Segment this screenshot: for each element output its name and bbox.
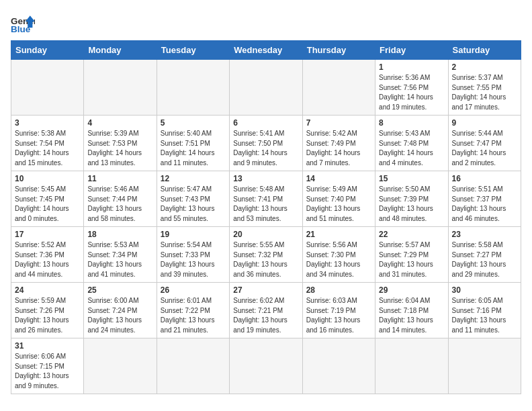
calendar-cell: 8Sunrise: 5:43 AM Sunset: 7:48 PM Daylig…: [375, 116, 448, 171]
day-info: Sunrise: 5:39 AM Sunset: 7:53 PM Dayligh…: [87, 129, 152, 168]
day-number: 29: [379, 285, 444, 295]
day-number: 17: [15, 230, 80, 239]
calendar-cell: 12Sunrise: 5:47 AM Sunset: 7:43 PM Dayli…: [157, 171, 229, 227]
day-number: 25: [87, 285, 152, 295]
weekday-header-friday: Friday: [375, 41, 448, 60]
day-info: Sunrise: 5:44 AM Sunset: 7:47 PM Dayligh…: [452, 129, 517, 168]
day-info: Sunrise: 5:41 AM Sunset: 7:50 PM Dayligh…: [233, 129, 298, 168]
calendar-cell: 26Sunrise: 6:01 AM Sunset: 7:22 PM Dayli…: [157, 283, 229, 338]
calendar-cell: [302, 60, 375, 116]
calendar-cell: 3Sunrise: 5:38 AM Sunset: 7:54 PM Daylig…: [11, 116, 84, 171]
logo-icon: General Blue: [11, 11, 35, 35]
day-info: Sunrise: 6:03 AM Sunset: 7:19 PM Dayligh…: [306, 296, 371, 335]
calendar-cell: [157, 338, 229, 394]
calendar-cell: 1Sunrise: 5:36 AM Sunset: 7:56 PM Daylig…: [375, 60, 448, 116]
day-number: 14: [306, 174, 371, 183]
calendar-cell: [230, 338, 302, 394]
calendar-cell: 22Sunrise: 5:57 AM Sunset: 7:29 PM Dayli…: [375, 227, 448, 283]
day-info: Sunrise: 5:50 AM Sunset: 7:39 PM Dayligh…: [379, 185, 444, 224]
calendar-cell: 5Sunrise: 5:40 AM Sunset: 7:51 PM Daylig…: [157, 116, 229, 171]
calendar-cell: 11Sunrise: 5:46 AM Sunset: 7:44 PM Dayli…: [84, 171, 157, 227]
day-number: 22: [379, 230, 444, 239]
day-number: 5: [161, 118, 226, 128]
day-number: 24: [15, 285, 80, 295]
calendar-cell: [302, 338, 375, 394]
day-info: Sunrise: 5:43 AM Sunset: 7:48 PM Dayligh…: [379, 129, 444, 168]
calendar-cell: [375, 338, 448, 394]
day-number: 7: [306, 118, 371, 128]
calendar-cell: 31Sunrise: 6:06 AM Sunset: 7:15 PM Dayli…: [11, 338, 84, 394]
day-info: Sunrise: 6:02 AM Sunset: 7:21 PM Dayligh…: [233, 296, 298, 335]
day-number: 2: [452, 62, 517, 72]
weekday-header-tuesday: Tuesday: [157, 41, 229, 60]
day-number: 8: [379, 118, 444, 128]
calendar-week-row: 1Sunrise: 5:36 AM Sunset: 7:56 PM Daylig…: [11, 60, 521, 116]
calendar-cell: 18Sunrise: 5:53 AM Sunset: 7:34 PM Dayli…: [84, 227, 157, 283]
calendar-cell: 23Sunrise: 5:58 AM Sunset: 7:27 PM Dayli…: [448, 227, 521, 283]
day-info: Sunrise: 5:57 AM Sunset: 7:29 PM Dayligh…: [379, 240, 444, 279]
calendar-cell: 25Sunrise: 6:00 AM Sunset: 7:24 PM Dayli…: [84, 283, 157, 338]
calendar-cell: [230, 60, 302, 116]
day-info: Sunrise: 5:55 AM Sunset: 7:32 PM Dayligh…: [233, 240, 298, 279]
day-info: Sunrise: 5:40 AM Sunset: 7:51 PM Dayligh…: [161, 129, 226, 168]
day-number: 12: [161, 174, 226, 183]
day-info: Sunrise: 5:48 AM Sunset: 7:41 PM Dayligh…: [233, 185, 298, 224]
weekday-header-thursday: Thursday: [302, 41, 375, 60]
calendar-cell: 19Sunrise: 5:54 AM Sunset: 7:33 PM Dayli…: [157, 227, 229, 283]
day-info: Sunrise: 6:01 AM Sunset: 7:22 PM Dayligh…: [161, 296, 226, 335]
day-number: 16: [452, 174, 517, 183]
calendar-cell: 15Sunrise: 5:50 AM Sunset: 7:39 PM Dayli…: [375, 171, 448, 227]
calendar-cell: 7Sunrise: 5:42 AM Sunset: 7:49 PM Daylig…: [302, 116, 375, 171]
calendar-cell: 17Sunrise: 5:52 AM Sunset: 7:36 PM Dayli…: [11, 227, 84, 283]
calendar-cell: 10Sunrise: 5:45 AM Sunset: 7:45 PM Dayli…: [11, 171, 84, 227]
day-info: Sunrise: 5:42 AM Sunset: 7:49 PM Dayligh…: [306, 129, 371, 168]
day-number: 30: [452, 285, 517, 295]
day-info: Sunrise: 5:54 AM Sunset: 7:33 PM Dayligh…: [161, 240, 226, 279]
calendar-week-row: 3Sunrise: 5:38 AM Sunset: 7:54 PM Daylig…: [11, 116, 521, 171]
calendar-week-row: 17Sunrise: 5:52 AM Sunset: 7:36 PM Dayli…: [11, 227, 521, 283]
day-number: 3: [15, 118, 80, 128]
day-number: 1: [379, 62, 444, 72]
day-number: 10: [15, 174, 80, 183]
day-info: Sunrise: 5:59 AM Sunset: 7:26 PM Dayligh…: [15, 296, 80, 335]
calendar-cell: [84, 338, 157, 394]
calendar-cell: 24Sunrise: 5:59 AM Sunset: 7:26 PM Dayli…: [11, 283, 84, 338]
day-info: Sunrise: 6:05 AM Sunset: 7:16 PM Dayligh…: [452, 296, 517, 335]
calendar-cell: 13Sunrise: 5:48 AM Sunset: 7:41 PM Dayli…: [230, 171, 302, 227]
day-number: 15: [379, 174, 444, 183]
calendar-cell: 2Sunrise: 5:37 AM Sunset: 7:55 PM Daylig…: [448, 60, 521, 116]
calendar-cell: 16Sunrise: 5:51 AM Sunset: 7:37 PM Dayli…: [448, 171, 521, 227]
calendar-cell: 28Sunrise: 6:03 AM Sunset: 7:19 PM Dayli…: [302, 283, 375, 338]
calendar-cell: [11, 60, 84, 116]
day-info: Sunrise: 5:51 AM Sunset: 7:37 PM Dayligh…: [452, 185, 517, 224]
day-info: Sunrise: 6:04 AM Sunset: 7:18 PM Dayligh…: [379, 296, 444, 335]
calendar-week-row: 31Sunrise: 6:06 AM Sunset: 7:15 PM Dayli…: [11, 338, 521, 394]
day-number: 27: [233, 285, 298, 295]
day-info: Sunrise: 5:58 AM Sunset: 7:27 PM Dayligh…: [452, 240, 517, 279]
day-info: Sunrise: 6:06 AM Sunset: 7:15 PM Dayligh…: [15, 352, 80, 391]
day-info: Sunrise: 6:00 AM Sunset: 7:24 PM Dayligh…: [87, 296, 152, 335]
day-info: Sunrise: 5:49 AM Sunset: 7:40 PM Dayligh…: [306, 185, 371, 224]
day-number: 31: [15, 341, 80, 351]
page-header: General Blue: [11, 11, 521, 35]
calendar-cell: [157, 60, 229, 116]
day-info: Sunrise: 5:46 AM Sunset: 7:44 PM Dayligh…: [87, 185, 152, 224]
day-number: 18: [87, 230, 152, 239]
day-number: 20: [233, 230, 298, 239]
calendar-table: SundayMondayTuesdayWednesdayThursdayFrid…: [11, 40, 521, 394]
weekday-header-sunday: Sunday: [11, 41, 84, 60]
day-info: Sunrise: 5:37 AM Sunset: 7:55 PM Dayligh…: [452, 73, 517, 112]
calendar-cell: [84, 60, 157, 116]
weekday-header-row: SundayMondayTuesdayWednesdayThursdayFrid…: [11, 41, 521, 60]
day-number: 4: [87, 118, 152, 128]
day-number: 19: [161, 230, 226, 239]
calendar-cell: 14Sunrise: 5:49 AM Sunset: 7:40 PM Dayli…: [302, 171, 375, 227]
day-number: 11: [87, 174, 152, 183]
day-number: 9: [452, 118, 517, 128]
day-info: Sunrise: 5:52 AM Sunset: 7:36 PM Dayligh…: [15, 240, 80, 279]
day-number: 26: [161, 285, 226, 295]
calendar-cell: 30Sunrise: 6:05 AM Sunset: 7:16 PM Dayli…: [448, 283, 521, 338]
calendar-cell: 29Sunrise: 6:04 AM Sunset: 7:18 PM Dayli…: [375, 283, 448, 338]
day-info: Sunrise: 5:47 AM Sunset: 7:43 PM Dayligh…: [161, 185, 226, 224]
logo: General Blue: [11, 11, 35, 35]
